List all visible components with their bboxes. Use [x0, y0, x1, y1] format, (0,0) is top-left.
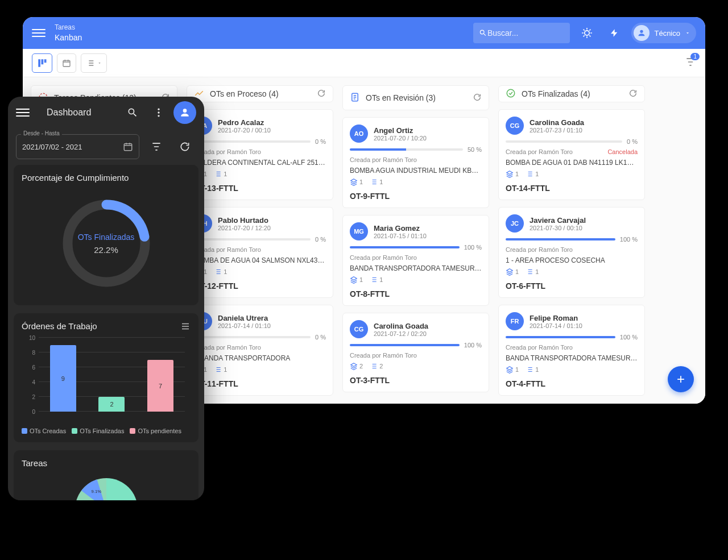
- asset-name: BOMBA DE AGUA 01 DAB N41119 LK10562 4...: [506, 159, 638, 167]
- orders-legend: OTs CreadasOTs FinalizadasOTs pendientes: [22, 428, 191, 434]
- search-input[interactable]: [487, 28, 565, 38]
- chart-menu-icon[interactable]: [180, 321, 191, 334]
- column-title: OTs en Revisión (3): [366, 93, 436, 102]
- card-date: 2021-07-15 / 01:10: [374, 233, 427, 239]
- order-code: OT-3-FTTL: [350, 376, 482, 385]
- donut-center-value: 22.2%: [78, 245, 135, 255]
- refresh-icon[interactable]: [317, 89, 326, 99]
- filter-icon[interactable]: [145, 135, 168, 158]
- card-date: 2021-07-30 / 00:10: [530, 225, 586, 231]
- calendar-view-button[interactable]: [57, 53, 76, 73]
- svg-point-5: [158, 111, 159, 113]
- progress-bar: [506, 140, 622, 143]
- kanban-card[interactable]: PA Pedro Acalaz 2021-07-20 / 00:10 0 % C…: [187, 109, 333, 200]
- order-code: OT-6-FTTL: [506, 281, 638, 291]
- card-date: 2021-07-14 / 01:10: [218, 322, 271, 329]
- chevron-down-icon: [97, 61, 102, 65]
- progress-value: 100 %: [464, 244, 482, 251]
- bar: 9: [50, 345, 76, 412]
- tasks-title: Tareas: [22, 458, 191, 468]
- search-icon[interactable]: [121, 101, 144, 124]
- kanban-card[interactable]: JC Javiera Carvajal 2021-07-30 / 00:10 1…: [498, 207, 645, 298]
- asset-name: CALDERA CONTINENTAL CAL-ALF 2514589-...: [194, 159, 326, 167]
- card-date: 2021-07-23 / 01:10: [530, 127, 584, 134]
- brightness-icon[interactable]: [577, 23, 597, 43]
- kanban-card[interactable]: DU Daniela Utrera 2021-07-14 / 01:10 0 %…: [187, 305, 333, 396]
- assignee-avatar: CG: [350, 320, 368, 338]
- column-status-icon: [506, 88, 516, 100]
- refresh-icon[interactable]: [173, 135, 196, 158]
- column-header: OTs en Revisión (3): [342, 85, 489, 110]
- asset-name: 1 - AREA PROCESO COSECHA: [506, 256, 638, 264]
- assignee-avatar: CG: [506, 117, 524, 135]
- column-status-icon: [350, 92, 360, 104]
- creator-label: Creada por Ramón Toro: [506, 246, 573, 253]
- progress-value: 50 %: [468, 146, 482, 153]
- progress-value: 0 %: [315, 236, 326, 243]
- bar: 2: [98, 397, 125, 412]
- assignee-name: Felipe Roman: [530, 314, 582, 322]
- filter-icon[interactable]: 1: [685, 56, 696, 70]
- refresh-icon[interactable]: [473, 93, 482, 103]
- card-date: 2021-07-20 / 10:20: [374, 135, 427, 142]
- user-avatar-icon: [634, 25, 650, 41]
- search-input-wrap[interactable]: [473, 23, 570, 43]
- assignee-avatar: FR: [506, 312, 524, 330]
- menu-icon[interactable]: [32, 26, 46, 40]
- list-view-button[interactable]: [81, 53, 107, 73]
- assignee-name: Carolina Goada: [374, 322, 428, 330]
- order-code: OT-11-FTTL: [194, 379, 326, 388]
- asset-name: BOMBA AGUA INDUSTRIAL MEUDI KBD- ALF...: [350, 167, 482, 175]
- date-range-value: 2021/07/02 - 2021: [22, 143, 82, 151]
- calendar-icon: [123, 142, 133, 152]
- creator-label: Creada por Ramón Toro: [506, 148, 573, 155]
- assignee-name: Maria Gomez: [374, 224, 427, 233]
- layers-icon: 1: [350, 276, 363, 284]
- filter-badge: 1: [690, 53, 700, 60]
- progress-bar: [350, 148, 463, 151]
- progress-value: 0 %: [315, 334, 326, 341]
- column-title: OTs en Proceso (4): [210, 89, 279, 98]
- assignee-name: Pedro Acalaz: [218, 118, 271, 127]
- progress-bar: [350, 246, 460, 248]
- refresh-icon[interactable]: [628, 89, 638, 99]
- kanban-card[interactable]: PH Pablo Hurtado 2021-07-20 / 12:20 0 % …: [187, 207, 333, 298]
- pie-slice-label: 9.1%: [91, 489, 101, 494]
- legend-item: OTs Creadas: [22, 428, 66, 434]
- tasks-pie: 9.1%: [22, 475, 191, 500]
- card-date: 2021-07-20 / 00:10: [218, 127, 271, 134]
- column-header: OTs Finalizadas (4): [498, 85, 645, 102]
- layers-icon: 2: [350, 362, 363, 370]
- date-range-input[interactable]: Desde - Hasta 2021/07/02 - 2021: [16, 134, 139, 159]
- kanban-card[interactable]: CG Carolina Goada 2021-07-23 / 01:10 0 %…: [498, 109, 645, 200]
- breadcrumb-current: Kanban: [55, 32, 82, 43]
- add-button[interactable]: +: [668, 366, 694, 392]
- more-icon[interactable]: [147, 101, 170, 124]
- bar: 7: [147, 360, 173, 412]
- compliance-title: Porcentaje de Cumplimiento: [22, 173, 191, 182]
- list-icon: 1: [370, 276, 383, 284]
- progress-value: 100 %: [464, 342, 482, 349]
- account-icon[interactable]: [173, 101, 196, 124]
- bolt-icon[interactable]: [604, 23, 624, 43]
- assignee-name: Angel Ortiz: [374, 126, 427, 135]
- list-icon: 1: [214, 170, 227, 178]
- asset-name: BANDA TRANSPORTADORA TAMESUR TAM-...: [506, 354, 638, 362]
- kanban-card[interactable]: FR Felipe Roman 2021-07-14 / 01:10 100 %…: [498, 305, 645, 396]
- kanban-card[interactable]: MG Maria Gomez 2021-07-15 / 01:10 100 % …: [342, 215, 489, 306]
- svg-rect-0: [63, 60, 70, 67]
- user-menu[interactable]: Técnico: [631, 23, 696, 43]
- list-icon: 1: [370, 178, 383, 186]
- progress-bar: [506, 238, 615, 240]
- svg-point-3: [507, 89, 515, 97]
- order-code: OT-9-FTTL: [350, 192, 482, 201]
- card-date: 2021-07-14 / 01:10: [530, 322, 582, 329]
- kanban-card[interactable]: AO Angel Ortiz 2021-07-20 / 10:20 50 % C…: [342, 117, 489, 208]
- creator-label: Creada por Ramón Toro: [350, 254, 417, 261]
- order-code: OT-13-FTTL: [194, 184, 326, 193]
- kanban-card[interactable]: CG Carolina Goada 2021-07-12 / 02:20 100…: [342, 313, 489, 392]
- tasks-card: Tareas 9.1%: [14, 450, 198, 500]
- kanban-view-button[interactable]: [32, 53, 52, 73]
- kanban-column: OTs en Revisión (3) AO Angel Ortiz 2021-…: [342, 85, 489, 396]
- menu-icon[interactable]: [16, 106, 30, 119]
